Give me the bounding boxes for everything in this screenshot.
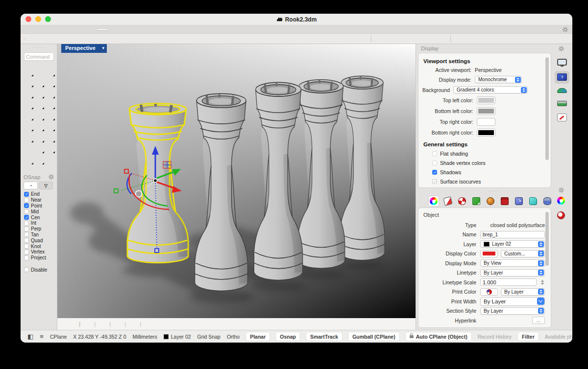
menu-tab-select[interactable] (97, 29, 108, 30)
osnap-snaps-tab[interactable]: ◔ (24, 182, 38, 189)
color-swatch[interactable] (477, 129, 495, 137)
surface-tools-icon[interactable] (356, 35, 366, 43)
surface-grid-tool[interactable] (34, 99, 45, 111)
checkbox[interactable] (24, 227, 29, 231)
print-width-dropdown[interactable]: By Layer (480, 297, 545, 306)
gumball-icon[interactable] (312, 35, 321, 43)
patch-tool[interactable] (45, 99, 56, 111)
auto-cplane-toggle[interactable]: Auto CPlane (Object) (406, 332, 471, 341)
osnap-knot[interactable]: Knot (21, 243, 57, 249)
boolean-tool[interactable] (45, 132, 56, 143)
menu-tab-curve-tools[interactable] (162, 29, 172, 30)
record-history-toggle[interactable]: Record History (478, 334, 512, 340)
rectangle-tool[interactable] (34, 88, 45, 99)
menu-tab-subd-tools[interactable] (210, 29, 221, 30)
viewport-tab-right[interactable] (118, 321, 133, 327)
half-sphere-icon[interactable] (342, 35, 351, 43)
osnap-mid[interactable]: Mid (21, 208, 57, 214)
object-properties-tab-icon[interactable] (429, 196, 439, 206)
menu-tab-standard[interactable] (32, 29, 43, 30)
eraser-panel-icon[interactable] (557, 114, 567, 121)
loupe-icon[interactable] (456, 35, 466, 43)
viewport-tab-perspective[interactable] (72, 321, 87, 327)
print-panel-tab-icon[interactable] (556, 210, 566, 220)
checkbox[interactable] (24, 198, 29, 203)
toolbar-divider[interactable] (450, 35, 451, 42)
render-color-icon[interactable] (180, 35, 189, 43)
safe-frame-icon[interactable] (406, 35, 416, 43)
named-view-icon[interactable] (150, 35, 160, 43)
print-color-swatch[interactable] (480, 288, 498, 296)
polyline-tool[interactable] (45, 66, 56, 77)
filter-toggle[interactable]: Filter (518, 332, 539, 341)
arc-tool[interactable] (24, 99, 34, 111)
record-icon[interactable] (500, 35, 510, 43)
pointer-tool[interactable] (24, 66, 34, 77)
film-box-icon[interactable] (377, 35, 386, 43)
osnap-near[interactable]: Near (21, 197, 57, 203)
trim-tool[interactable] (24, 132, 34, 143)
menu-tab-set-view[interactable] (65, 29, 75, 30)
edge-softening-tab-icon[interactable] (528, 196, 538, 206)
checkbox[interactable] (24, 203, 29, 208)
control-points-icon[interactable] (297, 35, 307, 43)
grid-snap-toggle[interactable]: Grid Snap (197, 334, 220, 340)
explode-tool[interactable] (45, 121, 56, 133)
decal-tab-icon[interactable] (471, 196, 481, 206)
cplane-button[interactable]: CPlane (50, 334, 67, 340)
menu-tab-solid-tools[interactable] (194, 29, 205, 30)
checkbox[interactable] (432, 170, 437, 175)
circle-tool[interactable] (34, 77, 45, 89)
tabbar-gear-icon[interactable] (562, 26, 568, 33)
sphere-tool[interactable] (34, 110, 45, 121)
measure-icon[interactable] (136, 35, 145, 43)
menu-tab-drafting[interactable] (259, 29, 270, 30)
display-panel-gear-icon[interactable] (558, 46, 564, 52)
shaded-sphere-icon[interactable] (392, 35, 401, 43)
menu-tab-visibility[interactable] (129, 29, 140, 30)
osnap-int[interactable]: Int (21, 220, 57, 226)
cylinder-tool[interactable] (45, 110, 56, 121)
memory-readout[interactable]: Available physical memo (545, 334, 572, 340)
boolean-union-icon[interactable] (239, 35, 248, 43)
surface-isocurves-checkbox[interactable]: Surface isocurves (432, 179, 551, 184)
paint-box-icon[interactable] (530, 35, 539, 43)
layer-list-icon[interactable] (92, 35, 101, 43)
minimize-button[interactable] (35, 16, 41, 22)
display-mode-dropdown[interactable]: Monochrome (475, 76, 522, 83)
menu-tab-surface-tools[interactable] (178, 29, 189, 30)
undo-icon[interactable] (121, 35, 130, 43)
shadows-checkbox[interactable]: Shadows (432, 169, 551, 175)
point-cloud-icon[interactable] (209, 35, 219, 43)
osnap-gear-icon[interactable] (48, 174, 54, 180)
title-bar[interactable]: Rook2.3dm (21, 14, 572, 25)
ground-plane-panel-icon[interactable] (557, 101, 567, 106)
polygon-tool[interactable] (24, 88, 34, 99)
linetype-scale-stepper[interactable] (539, 278, 545, 286)
more-tools[interactable] (45, 154, 56, 165)
display-mode-panel-icon[interactable]: ? (557, 73, 567, 81)
flow-tool[interactable] (45, 143, 56, 155)
checkbox[interactable] (24, 209, 29, 214)
deselect-points-icon[interactable] (48, 35, 57, 43)
checkbox[interactable] (24, 267, 29, 272)
move-scale-tool[interactable] (34, 154, 45, 165)
boolean-split-icon[interactable] (253, 35, 263, 43)
gumball-origin[interactable] (153, 179, 157, 182)
curve-tool[interactable] (24, 77, 34, 89)
display-mode-tab-icon[interactable] (514, 196, 524, 206)
selection-filter-icon[interactable] (62, 35, 72, 43)
toolbar-drag-handle[interactable]: :: (24, 38, 27, 40)
viewport-3d[interactable] (57, 44, 416, 318)
coordinates-readout[interactable]: X 23.428 Y -49.352 Z 0 (73, 334, 126, 340)
mesh-tool[interactable] (24, 121, 34, 133)
sketch-icon[interactable] (436, 35, 445, 43)
arc-blend-icon[interactable] (421, 35, 430, 43)
section-style-dropdown[interactable]: By Layer (480, 307, 545, 315)
layer-dropdown[interactable]: Layer 02 (480, 240, 545, 248)
checkbox[interactable] (432, 151, 437, 156)
display-scrollbar[interactable] (545, 57, 549, 160)
toolbar-divider[interactable] (371, 35, 371, 42)
viewport-tab-front[interactable] (102, 321, 118, 327)
box-tool[interactable] (24, 110, 34, 121)
